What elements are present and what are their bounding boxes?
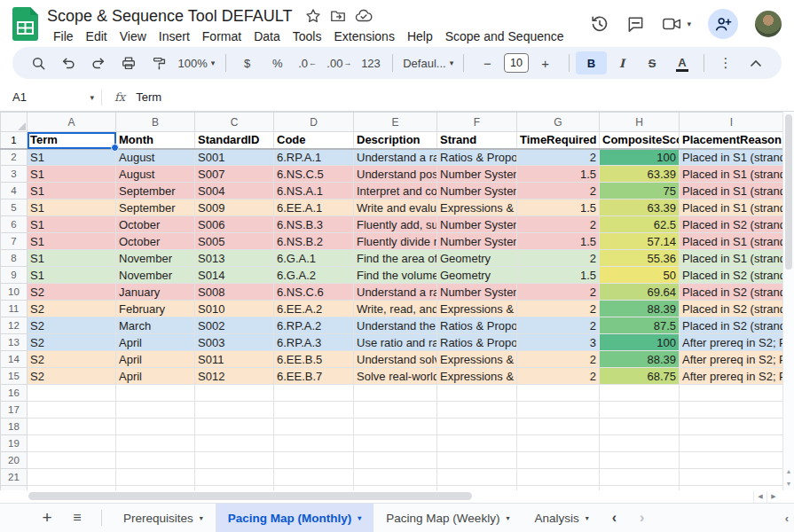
cell-F5[interactable]: Expressions & E	[437, 200, 517, 216]
cell-D14[interactable]: 6.EE.B.5	[274, 351, 354, 368]
cell-H6[interactable]: 62.5	[600, 216, 680, 233]
scroll-left-icon[interactable]: ◀	[753, 491, 766, 503]
cell-F3[interactable]: Number System	[437, 166, 517, 183]
cell-E15[interactable]: Solve real-world	[354, 368, 437, 385]
cell-C21[interactable]	[195, 469, 274, 486]
cell-A20[interactable]	[28, 452, 116, 469]
row-header-18[interactable]: 18	[1, 419, 28, 435]
cell-F2[interactable]: Ratios & Proport	[437, 149, 517, 166]
cell-C16[interactable]	[195, 385, 274, 402]
menu-tools[interactable]: Tools	[287, 27, 328, 45]
menu-format[interactable]: Format	[196, 27, 248, 45]
cell-G16[interactable]	[517, 385, 600, 402]
col-header-D[interactable]: D	[274, 113, 354, 132]
cell-E18[interactable]	[354, 419, 437, 435]
percent-format-button[interactable]: %	[263, 51, 293, 74]
cell-G8[interactable]: 2	[517, 250, 600, 267]
cell-G12[interactable]: 2	[517, 317, 600, 334]
cell-H13[interactable]: 100	[600, 334, 680, 351]
cell-E9[interactable]: Find the volume	[354, 267, 437, 284]
cell-F1[interactable]: Strand	[437, 132, 517, 149]
cell-C1[interactable]: StandardID	[195, 132, 274, 149]
cell-C9[interactable]: S014	[195, 267, 274, 284]
cell-A21[interactable]	[28, 469, 116, 486]
cell-I15[interactable]: After prereq in S2; Pla	[680, 368, 784, 385]
cell-A4[interactable]: S1	[28, 183, 116, 200]
col-header-C[interactable]: C	[195, 113, 274, 132]
cell-A6[interactable]: S1	[28, 216, 116, 233]
cell-F14[interactable]: Expressions & E	[437, 351, 517, 368]
hide-menus-chevron-icon[interactable]	[741, 51, 771, 74]
cell-C18[interactable]	[195, 419, 274, 435]
cell-G9[interactable]: 1.5	[517, 267, 600, 284]
cell-A5[interactable]: S1	[28, 200, 116, 216]
menu-extensions[interactable]: Extensions	[327, 27, 400, 45]
cell-D13[interactable]: 6.RP.A.3	[274, 334, 354, 351]
comments-icon[interactable]	[626, 15, 645, 34]
more-formats-button[interactable]: 123	[356, 51, 386, 74]
cell-G18[interactable]	[517, 419, 600, 435]
cell-D15[interactable]: 6.EE.B.7	[274, 368, 354, 385]
row-header-14[interactable]: 14	[1, 351, 28, 368]
cell-I12[interactable]: Placed in S2 (strand ba	[680, 317, 784, 334]
row-header-19[interactable]: 19	[1, 435, 28, 452]
formula-input[interactable]: Term	[136, 90, 161, 104]
cell-I4[interactable]: Placed in S1 (strand ba	[680, 183, 784, 200]
cell-I20[interactable]	[680, 452, 784, 469]
cell-F16[interactable]	[437, 385, 517, 402]
row-header-4[interactable]: 4	[1, 183, 28, 200]
cell-A16[interactable]	[28, 385, 116, 402]
row-header-2[interactable]: 2	[1, 149, 28, 166]
cell-C5[interactable]: S009	[195, 200, 274, 216]
cell-F19[interactable]	[437, 435, 517, 452]
cell-E4[interactable]: Interpret and con	[354, 183, 437, 200]
cell-E16[interactable]	[354, 385, 437, 402]
decrease-decimal-button[interactable]: .0←	[293, 51, 323, 74]
cell-D12[interactable]: 6.RP.A.2	[274, 317, 354, 334]
cell-D11[interactable]: 6.EE.A.2	[274, 301, 354, 317]
cell-I14[interactable]: After prereq in S2; Pla	[680, 351, 784, 368]
cell-D6[interactable]: 6.NS.B.3	[274, 216, 354, 233]
cell-H9[interactable]: 50	[600, 267, 680, 284]
cell-G19[interactable]	[517, 435, 600, 452]
cell-A7[interactable]: S1	[28, 233, 116, 250]
col-header-I[interactable]: I	[680, 113, 784, 132]
zoom-select[interactable]: 100%▾	[174, 51, 219, 74]
cell-H17[interactable]	[600, 402, 680, 419]
cell-H20[interactable]	[600, 452, 680, 469]
cell-F15[interactable]: Expressions & E	[437, 368, 517, 385]
cell-F10[interactable]: Number System	[437, 284, 517, 301]
increase-decimal-button[interactable]: .00→	[323, 51, 356, 74]
row-header-1[interactable]: 1	[1, 132, 28, 149]
cell-B6[interactable]: October	[116, 216, 195, 233]
cell-B12[interactable]: March	[116, 317, 195, 334]
cell-F11[interactable]: Expressions & E	[437, 301, 517, 317]
cell-F9[interactable]: Geometry	[437, 267, 517, 284]
name-box[interactable]: A1 ▾	[0, 90, 101, 104]
all-sheets-menu-button[interactable]: ≡	[66, 506, 89, 529]
cell-B16[interactable]	[116, 385, 195, 402]
cell-A3[interactable]: S1	[28, 166, 116, 183]
row-header-8[interactable]: 8	[1, 250, 28, 267]
cell-F6[interactable]: Number System	[437, 216, 517, 233]
cell-A10[interactable]: S2	[28, 284, 116, 301]
cell-C20[interactable]	[195, 452, 274, 469]
font-select[interactable]: Defaul...▾	[399, 51, 457, 74]
document-title[interactable]: Scope & Sequence Tool DEFAULT	[47, 7, 293, 26]
cell-C12[interactable]: S002	[195, 317, 274, 334]
cell-I13[interactable]: After prereq in S2; Plac	[680, 334, 784, 351]
cell-B5[interactable]: September	[116, 200, 195, 216]
fill-handle[interactable]	[111, 144, 119, 152]
row-header-5[interactable]: 5	[1, 200, 28, 216]
cell-I5[interactable]: Placed in S1 (strand ba	[680, 200, 784, 216]
cell-H19[interactable]	[600, 435, 680, 452]
cell-D7[interactable]: 6.NS.B.2	[274, 233, 354, 250]
cell-E6[interactable]: Fluently add, sub	[354, 216, 437, 233]
cloud-saved-icon[interactable]	[355, 8, 373, 24]
cell-G5[interactable]: 1.5	[517, 200, 600, 216]
cell-I19[interactable]	[680, 435, 784, 452]
search-icon[interactable]	[23, 51, 53, 74]
cell-F12[interactable]: Ratios & Proport	[437, 317, 517, 334]
scroll-down-icon[interactable]: ▼	[783, 478, 794, 489]
cell-A13[interactable]: S2	[28, 334, 116, 351]
